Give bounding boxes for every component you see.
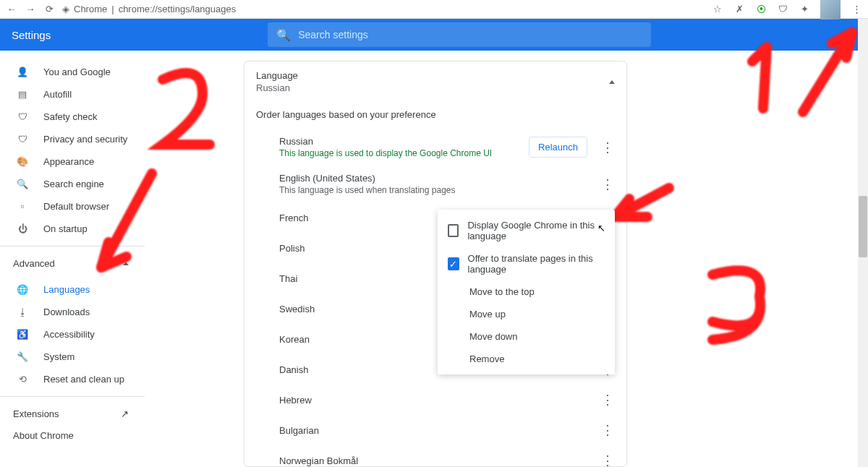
language-name: Danish [279,364,308,375]
sidebar-label: Reset and clean up [43,374,124,385]
sidebar-adv-item-4[interactable]: ⟲Reset and clean up [0,368,145,390]
back-button[interactable]: ← [6,4,17,15]
sidebar: 👤You and Google▤Autofill🛡Safety check🛡Pr… [0,51,145,467]
sidebar-label: Safety check [43,111,97,122]
language-menu-button[interactable]: ⋮ [600,392,615,408]
extensions-icon[interactable]: ✦ [799,4,810,15]
chevron-up-icon [123,262,129,265]
language-row: Norwegian Bokmål ⋮ [244,445,626,467]
sidebar-icon: ⭳ [16,307,29,317]
language-row: Russian This language is used to display… [244,129,626,166]
language-name: Hebrew [279,395,312,406]
sidebar-icon: 🛡 [16,134,29,145]
language-menu-button[interactable]: ⋮ [600,422,615,438]
menu-move-top[interactable]: Move to the top [438,280,615,303]
language-name: English (United States) [279,173,456,184]
language-menu-button[interactable]: ⋮ [600,176,615,192]
search-input[interactable] [298,29,642,40]
sidebar-label: Default browser [43,201,109,212]
sidebar-item-3[interactable]: 🛡Privacy and security [0,128,145,150]
sidebar-label: Downloads [43,307,90,317]
order-hint: Order languages based on your preference [244,102,626,129]
address-bar[interactable]: ◈ Chrome | chrome://settings/languages [62,4,236,14]
sidebar-label: Search engine [43,179,104,189]
divider [0,246,145,247]
bookmark-star-icon[interactable]: ☆ [712,4,723,15]
sidebar-extensions[interactable]: Extensions ↗ [0,403,145,424]
sidebar-icon: 🔍 [16,179,29,189]
language-name: Norwegian Bokmål [279,455,358,466]
page-title: Settings [12,29,51,41]
language-name: Korean [279,334,310,345]
search-icon: 🔍 [276,28,291,42]
language-name: Bulgarian [279,425,319,436]
language-desc: This language is used when translating p… [279,185,456,195]
sidebar-item-5[interactable]: 🔍Search engine [0,173,145,195]
open-external-icon: ↗ [121,408,129,419]
chrome-menu-button[interactable]: ⋮ [851,4,862,15]
profile-avatar[interactable] [820,0,841,20]
sidebar-icon: 👤 [16,67,29,77]
sidebar-label: Accessibility [43,329,95,340]
scrollbar[interactable] [858,19,868,467]
sidebar-label: On startup [43,223,88,234]
sidebar-item-7[interactable]: ⏻On startup [0,218,145,240]
sidebar-item-4[interactable]: 🎨Appearance [0,150,145,173]
ext-icon-1[interactable]: ✗ [733,4,745,15]
language-row: English (United States) This language is… [244,166,626,202]
sidebar-item-0[interactable]: 👤You and Google [0,61,145,83]
section-title: Language [256,70,298,81]
forward-button[interactable]: → [25,4,36,15]
language-context-menu: Display Google Chrome in this language ✓… [438,210,615,374]
language-menu-button[interactable]: ⋮ [600,140,615,155]
sidebar-label: System [43,351,75,362]
relaunch-button[interactable]: Relaunch [529,137,587,158]
ext-icon-2[interactable]: ⦿ [755,4,767,15]
checkbox-icon[interactable] [448,224,459,237]
app-label: Chrome [74,4,107,14]
sidebar-icon: 🌐 [16,284,29,295]
sidebar-adv-item-1[interactable]: ⭳Downloads [0,301,145,323]
sidebar-label: Languages [43,284,90,295]
scroll-thumb[interactable] [859,196,867,257]
language-name: Thai [279,273,297,284]
menu-move-down[interactable]: Move down [438,325,615,348]
sidebar-label: You and Google [43,67,111,77]
language-name: French [279,213,308,223]
sidebar-adv-item-2[interactable]: ♿Accessibility [0,323,145,346]
advanced-toggle[interactable]: Advanced [0,252,145,274]
sidebar-label: Privacy and security [43,134,127,145]
checkbox-checked-icon[interactable]: ✓ [448,257,459,270]
sidebar-icon: ⟲ [16,374,29,385]
sidebar-label: Autofill [43,89,72,100]
sidebar-adv-item-3[interactable]: 🔧System [0,346,145,368]
menu-move-up[interactable]: Move up [438,303,615,325]
sidebar-about[interactable]: About Chrome [0,424,145,446]
search-box[interactable]: 🔍 [268,22,651,47]
app-icon: ◈ [62,4,69,14]
language-section-toggle[interactable]: Language Russian [244,61,626,102]
sidebar-icon: ⏻ [16,223,29,234]
section-subtitle: Russian [256,82,298,93]
language-row: Hebrew ⋮ [244,385,626,415]
chevron-up-icon [609,80,615,84]
menu-remove[interactable]: Remove [438,348,615,370]
sidebar-item-6[interactable]: ▫Default browser [0,195,145,218]
sidebar-icon: 🎨 [16,156,29,167]
language-name: Swedish [279,304,315,314]
menu-display-in-lang[interactable]: Display Google Chrome in this language [438,214,615,247]
sidebar-icon: ▤ [16,89,29,100]
sidebar-item-1[interactable]: ▤Autofill [0,83,145,106]
reload-button[interactable]: ⟳ [43,4,55,15]
sidebar-item-2[interactable]: 🛡Safety check [0,106,145,128]
sidebar-icon: ▫ [16,201,29,212]
language-name: Russian [279,136,492,147]
language-name: Polish [279,243,305,254]
language-menu-button[interactable]: ⋮ [600,453,615,467]
language-row: Bulgarian ⋮ [244,415,626,445]
sidebar-icon: 🔧 [16,351,29,362]
sidebar-adv-item-0[interactable]: 🌐Languages [0,278,145,301]
sidebar-icon: ♿ [16,329,29,340]
ext-icon-shield[interactable]: 🛡 [777,4,788,15]
menu-offer-translate[interactable]: ✓ Offer to translate pages in this langu… [438,247,615,280]
